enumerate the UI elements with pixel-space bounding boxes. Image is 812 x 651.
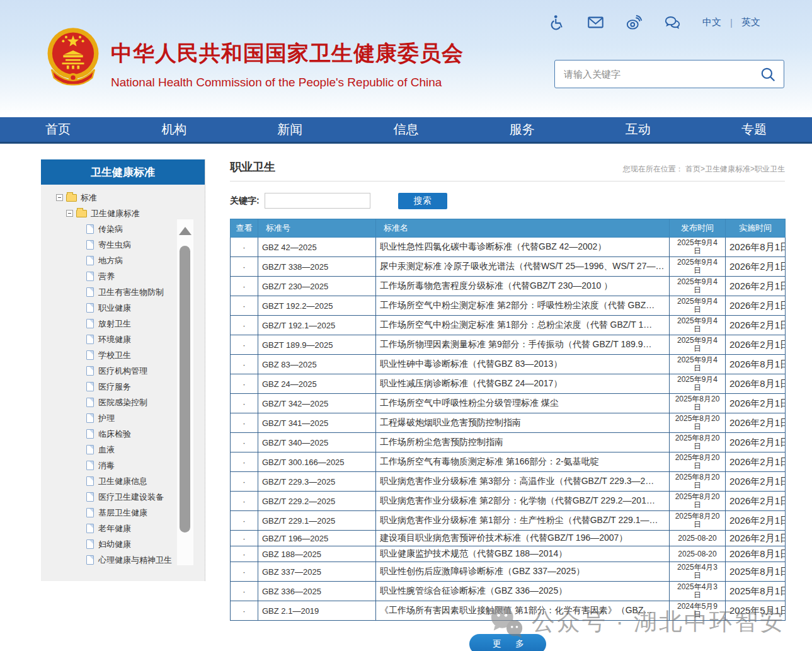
standard-name-link[interactable]: 职业性减压病诊断标准（代替GBZ 24—2017） — [376, 374, 670, 394]
view-dot[interactable]: · — [231, 277, 258, 296]
standard-no: GBZ 24—2025 — [258, 374, 376, 394]
publish-date: 2025年8月20日 — [670, 472, 726, 492]
standard-no: GBZ/T 192.1—2025 — [258, 316, 376, 335]
standard-name-link[interactable]: 建设项目职业病危害预评价技术标准（代替GBZ/T 196—2007） — [376, 531, 670, 546]
implement-date: 2026年8月1日 — [726, 355, 786, 374]
sidebar-item-label: 学校卫生 — [98, 350, 131, 361]
view-dot[interactable]: · — [231, 355, 258, 374]
standard-name-link[interactable]: 工作场所空气有毒物质测定标准 第166部分：2-氨基吡啶 — [376, 452, 670, 472]
nav-item-interact[interactable]: 互动 — [580, 117, 696, 142]
file-icon — [86, 429, 94, 439]
implement-date: 2026年2月1日 — [726, 433, 786, 452]
publish-date: 2025年8月20日 — [670, 452, 726, 472]
file-icon — [86, 319, 94, 328]
standard-name-link[interactable]: 职业健康监护技术规范（代替GBZ 188—2014） — [376, 546, 670, 562]
view-dot[interactable]: · — [231, 472, 258, 492]
search-icon[interactable] — [760, 66, 776, 83]
implement-date: 2026年2月1日 — [726, 316, 786, 335]
collapse-icon[interactable] — [66, 210, 73, 217]
implement-date: 2026年8月1日 — [726, 374, 786, 394]
standard-name-link[interactable]: 工作场所物理因素测量标准 第9部分：手传振动（代替 GBZ/T 189.9… — [376, 335, 670, 355]
view-dot[interactable]: · — [231, 374, 258, 394]
language-switch: 中文 | 英文 — [702, 16, 760, 28]
sidebar-item-label: 医疗卫生建设装备 — [98, 492, 164, 503]
nav-item-news[interactable]: 新闻 — [232, 117, 348, 142]
view-dot[interactable]: · — [231, 238, 258, 257]
file-icon — [86, 508, 94, 517]
table-row: ·GBZ/T 300.166—2025工作场所空气有毒物质测定标准 第166部分… — [231, 452, 786, 472]
view-dot[interactable]: · — [231, 433, 258, 452]
view-dot[interactable]: · — [231, 562, 258, 582]
nav-item-special[interactable]: 专题 — [696, 117, 812, 142]
view-dot[interactable]: · — [231, 394, 258, 413]
lang-chinese[interactable]: 中文 — [702, 16, 721, 28]
view-dot[interactable]: · — [231, 452, 258, 472]
sidebar-item-label: 基层卫生健康 — [98, 507, 147, 519]
search-button[interactable]: 搜索 — [398, 193, 447, 209]
publish-date: 2025年4月3日 — [670, 562, 726, 582]
sidebar-item-label: 医疗服务 — [98, 381, 131, 393]
lang-english[interactable]: 英文 — [741, 16, 760, 28]
sidebar-item-label: 老年健康 — [98, 523, 131, 534]
nav-item-service[interactable]: 服务 — [464, 117, 580, 142]
collapse-icon[interactable] — [56, 194, 63, 201]
nav-item-info[interactable]: 信息 — [348, 117, 464, 142]
standard-name-link[interactable]: 工作场所毒物危害程度分级标准（代替GBZ/T 230—2010 ） — [376, 277, 670, 296]
folder-icon — [66, 194, 77, 202]
standard-no: GBZ/T 340—2025 — [258, 433, 376, 452]
standard-name-link[interactable]: 职业病危害作业分级标准 第3部分：高温作业（代替GBZ/T 229.3—2… — [376, 472, 670, 492]
view-dot[interactable]: · — [231, 582, 258, 601]
main-content: 职业卫生 您现在所在位置： 首页>卫生健康标准>职业卫生 关键字: 搜索 查看 … — [230, 159, 785, 651]
file-icon — [86, 461, 94, 470]
view-dot[interactable]: · — [231, 546, 258, 562]
standard-name-link[interactable]: 职业病危害作业分级标准 第2部分：化学物（代替GBZ/T 229.2—201… — [376, 492, 670, 511]
lang-separator: | — [730, 17, 733, 28]
standard-name-link[interactable]: 尿中汞测定标准 冷原子吸收光谱法（代替WS/T 25—1996、WS/T 27—… — [376, 257, 670, 277]
standard-name-link[interactable]: 职业性砷中毒诊断标准（代替GBZ 83—2013） — [376, 355, 670, 374]
view-dot[interactable]: · — [231, 413, 258, 433]
publish-date: 2025年8月20日 — [670, 394, 726, 413]
standard-name-link[interactable]: 职业性创伤后应激障碍诊断标准（GBZ 337—2025） — [376, 562, 670, 582]
view-dot[interactable]: · — [231, 492, 258, 511]
keyword-input[interactable] — [265, 193, 370, 209]
header-search-input[interactable] — [555, 60, 760, 88]
sidebar: 卫生健康标准 标准 卫生健康标准 传染病寄生虫病地方病营养卫生有害生物防制职业健… — [41, 159, 205, 581]
view-dot[interactable]: · — [231, 257, 258, 277]
standard-name-link[interactable]: 《工作场所有害因素职业接触限值 第1部分：化学有害因素》（GBZ… — [376, 601, 670, 621]
standard-name-link[interactable]: 工作场所空气中粉尘测定标准 第2部分：呼吸性粉尘浓度（代替 GBZ… — [376, 296, 670, 316]
weibo-icon[interactable] — [626, 14, 643, 31]
sidebar-item-label: 心理健康与精神卫生 — [98, 555, 172, 566]
breadcrumb[interactable]: 您现在所在位置： 首页>卫生健康标准>职业卫生 — [623, 164, 785, 175]
standard-no: GBZ/T 229.1—2025 — [258, 511, 376, 531]
view-dot[interactable]: · — [231, 316, 258, 335]
scrollbar-thumb[interactable] — [180, 246, 190, 533]
table-header-row: 查看 标准号 标准名 发布时间 实施时间 — [231, 219, 786, 238]
standard-name-link[interactable]: 工作场所空气中呼吸性粉尘分级管理标准 煤尘 — [376, 394, 670, 413]
sidebar-item-label: 血液 — [98, 444, 115, 456]
site-title-en: National Health Commission of the People… — [111, 76, 464, 89]
view-dot[interactable]: · — [231, 296, 258, 316]
view-dot[interactable]: · — [231, 531, 258, 546]
more-button[interactable]: 更 多 — [469, 634, 546, 651]
nav-item-org[interactable]: 机构 — [116, 117, 232, 142]
file-icon — [86, 350, 94, 360]
standard-name-link[interactable]: 职业性腕管综合征诊断标准（GBZ 336—2025） — [376, 582, 670, 601]
tree-node-root[interactable]: 标准 — [41, 190, 205, 205]
view-dot[interactable]: · — [231, 511, 258, 531]
implement-date: 2026年2月1日 — [726, 335, 786, 355]
standard-name-link[interactable]: 职业病危害作业分级标准 第1部分：生产性粉尘（代替GBZ/T 229.1—… — [376, 511, 670, 531]
standard-name-link[interactable]: 工程爆破炮烟职业危害预防控制指南 — [376, 413, 670, 433]
accessibility-icon[interactable] — [549, 14, 566, 31]
file-icon — [86, 524, 94, 533]
scroll-up-arrow-icon[interactable] — [179, 227, 192, 235]
view-dot[interactable]: · — [231, 335, 258, 355]
standard-name-link[interactable]: 工作场所粉尘危害预防控制指南 — [376, 433, 670, 452]
implement-date: 2025年8月1日 — [726, 582, 786, 601]
wechat-icon[interactable] — [664, 14, 681, 31]
standard-name-link[interactable]: 工作场所空气中粉尘测定标准 第1部分：总粉尘浓度（代替 GBZ/T 1… — [376, 316, 670, 335]
nav-item-home[interactable]: 首页 — [0, 117, 116, 142]
mail-icon[interactable] — [587, 14, 604, 31]
standard-name-link[interactable]: 职业性急性四氯化碳中毒诊断标准（代替GBZ 42—2002） — [376, 238, 670, 257]
sidebar-item-label: 营养 — [98, 271, 115, 282]
view-dot[interactable]: · — [231, 601, 258, 621]
